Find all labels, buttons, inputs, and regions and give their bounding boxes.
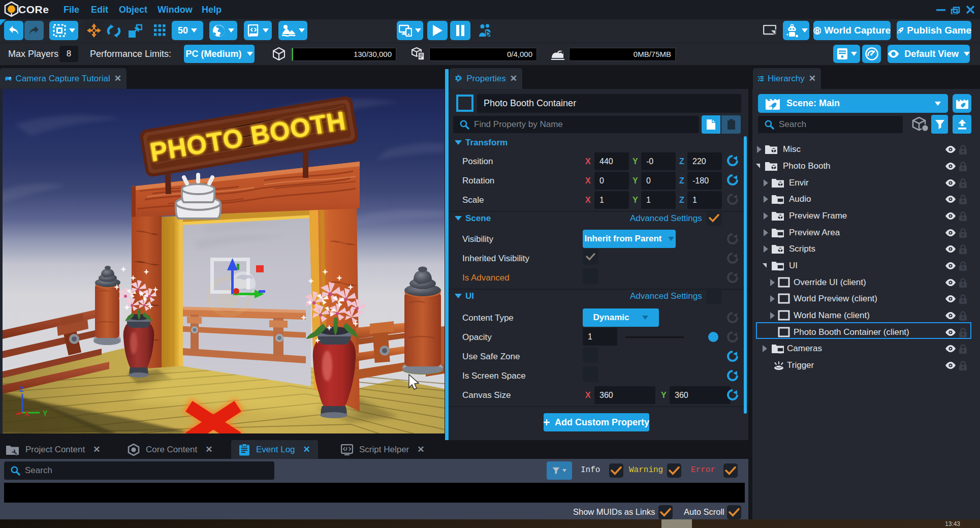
svg-text:CORe: CORe	[18, 4, 49, 15]
svg-text:Z: Z	[19, 385, 24, 393]
svg-text:X: X	[24, 410, 29, 418]
svg-text:Y: Y	[43, 409, 48, 417]
